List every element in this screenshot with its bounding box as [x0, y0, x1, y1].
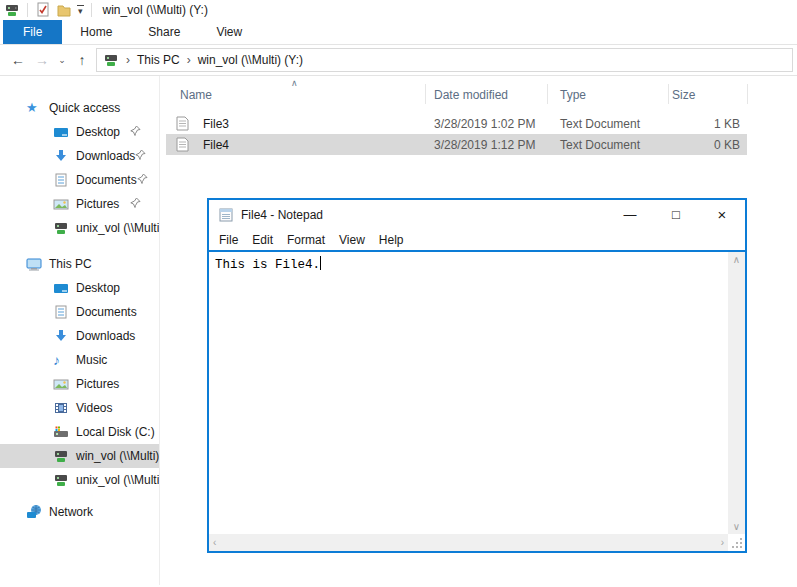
network-drive-icon — [53, 220, 69, 236]
titlebar-separator — [27, 3, 28, 17]
tab-share[interactable]: Share — [130, 20, 198, 44]
column-header-size[interactable]: Size — [672, 88, 695, 102]
menu-view[interactable]: View — [332, 233, 372, 247]
sidebar-item-local-disk-c[interactable]: Local Disk (C:) — [0, 420, 159, 444]
navigation-bar: ← → ⌄ ↑ › This PC › win_vol (\\Multi) (Y… — [0, 45, 797, 76]
column-header-type[interactable]: Type — [560, 88, 586, 102]
column-headers: ∧ Name Date modified Type Size — [160, 82, 797, 108]
desktop-icon — [53, 280, 69, 296]
breadcrumb-chevron-icon: › — [187, 53, 191, 67]
notepad-edit-area[interactable]: This is File4. ∧ ∨ ‹ › — [209, 250, 745, 551]
ribbon-tab-bar: File Home Share View — [0, 20, 797, 45]
text-document-icon — [176, 137, 189, 155]
pin-icon — [130, 197, 141, 211]
column-header-date-modified[interactable]: Date modified — [434, 88, 508, 102]
videos-icon — [53, 400, 69, 416]
sidebar-item-unix-vol[interactable]: unix_vol (\\Multi) (Z:) — [0, 216, 159, 240]
scroll-right-icon[interactable]: › — [721, 535, 724, 550]
notepad-title: File4 - Notepad — [241, 208, 323, 222]
text-caret — [320, 256, 321, 270]
file-row-file4[interactable]: File4 3/28/2019 1:12 PM Text Document 0 … — [166, 134, 747, 155]
minimize-button[interactable]: — — [607, 200, 653, 229]
pictures-icon — [53, 376, 69, 392]
sidebar-item-network[interactable]: Network — [0, 500, 159, 524]
new-folder-icon[interactable] — [56, 2, 72, 18]
sidebar-gap — [0, 492, 159, 500]
close-button[interactable]: × — [699, 200, 745, 229]
sidebar-item-desktop-pc[interactable]: Desktop — [0, 276, 159, 300]
notepad-text[interactable]: This is File4. — [215, 256, 321, 272]
scroll-left-icon[interactable]: ‹ — [213, 535, 216, 550]
sidebar-item-downloads-pc[interactable]: Downloads — [0, 324, 159, 348]
sidebar-item-quick-access[interactable]: ★ Quick access — [0, 96, 159, 120]
downloads-icon — [53, 148, 69, 164]
notepad-icon — [218, 207, 234, 223]
sidebar-gap — [0, 240, 159, 252]
tab-view[interactable]: View — [198, 20, 260, 44]
resize-grip[interactable] — [728, 534, 745, 551]
titlebar-separator — [91, 3, 92, 17]
qat-customize-icon[interactable]: ▾ — [77, 5, 84, 16]
pin-icon — [130, 125, 141, 139]
resize-grip-dots — [740, 546, 742, 548]
vertical-scrollbar[interactable]: ∧ ∨ — [728, 252, 745, 534]
desktop-screen: ▾ win_vol (\\Multi) (Y:) File Home Share… — [0, 0, 797, 587]
network-drive-icon — [53, 448, 69, 464]
explorer-titlebar: ▾ win_vol (\\Multi) (Y:) — [0, 0, 797, 20]
column-header-name[interactable]: Name — [180, 88, 212, 102]
network-drive-icon — [103, 52, 119, 68]
forward-icon[interactable]: → — [32, 52, 52, 68]
breadcrumb-this-pc[interactable]: This PC — [137, 53, 180, 67]
address-bar[interactable]: › This PC › win_vol (\\Multi) (Y:) — [96, 48, 793, 72]
column-divider[interactable] — [747, 84, 748, 104]
sidebar-item-documents[interactable]: Documents — [0, 168, 159, 192]
music-icon: ♪ — [53, 352, 69, 368]
horizontal-scrollbar[interactable]: ‹ › — [209, 534, 728, 551]
text-document-icon — [176, 116, 189, 134]
tab-home[interactable]: Home — [62, 20, 130, 44]
this-pc-icon — [26, 256, 42, 272]
up-icon[interactable]: ↑ — [72, 52, 92, 68]
breadcrumb-chevron-icon: › — [126, 53, 130, 67]
window-title: win_vol (\\Multi) (Y:) — [103, 3, 208, 17]
maximize-button[interactable]: □ — [653, 200, 699, 229]
network-drive-icon — [4, 2, 20, 18]
scroll-up-icon[interactable]: ∧ — [733, 252, 740, 267]
menu-file[interactable]: File — [212, 233, 245, 247]
notepad-window: File4 - Notepad — □ × File Edit Format V… — [207, 198, 747, 553]
scroll-down-icon[interactable]: ∨ — [733, 519, 740, 534]
notepad-titlebar[interactable]: File4 - Notepad — □ × — [209, 200, 745, 229]
documents-icon — [53, 172, 69, 188]
pin-icon — [137, 173, 148, 187]
sidebar-item-music[interactable]: ♪ Music — [0, 348, 159, 372]
sidebar-item-this-pc[interactable]: This PC — [0, 252, 159, 276]
menu-edit[interactable]: Edit — [245, 233, 280, 247]
pin-icon — [135, 149, 146, 163]
sidebar-item-downloads[interactable]: Downloads — [0, 144, 159, 168]
sidebar-item-documents-pc[interactable]: Documents — [0, 300, 159, 324]
file-row-file3[interactable]: File3 3/28/2019 1:02 PM Text Document 1 … — [166, 113, 747, 134]
pictures-icon — [53, 196, 69, 212]
documents-icon — [53, 304, 69, 320]
file-rows: File3 3/28/2019 1:02 PM Text Document 1 … — [160, 113, 797, 155]
column-divider[interactable] — [668, 84, 669, 104]
network-icon — [26, 504, 42, 520]
sidebar-item-win-vol[interactable]: win_vol (\\Multi) (Y:) — [0, 444, 159, 468]
properties-check-icon[interactable] — [35, 2, 51, 18]
sidebar-item-pictures-pc[interactable]: Pictures — [0, 372, 159, 396]
column-divider[interactable] — [547, 84, 548, 104]
sidebar-item-pictures[interactable]: Pictures — [0, 192, 159, 216]
sidebar-item-unix-vol-pc[interactable]: unix_vol (\\Multi) (Z:) — [0, 468, 159, 492]
navigation-pane: ★ Quick access Desktop Downloads Documen… — [0, 76, 160, 585]
back-icon[interactable]: ← — [8, 52, 28, 68]
menu-format[interactable]: Format — [280, 233, 332, 247]
menu-help[interactable]: Help — [372, 233, 411, 247]
history-dropdown-icon[interactable]: ⌄ — [56, 55, 68, 65]
breadcrumb-current-folder[interactable]: win_vol (\\Multi) (Y:) — [198, 53, 303, 67]
sidebar-item-desktop[interactable]: Desktop — [0, 120, 159, 144]
tab-file[interactable]: File — [3, 20, 62, 44]
desktop-icon — [53, 124, 69, 140]
sidebar-item-videos[interactable]: Videos — [0, 396, 159, 420]
downloads-icon — [53, 328, 69, 344]
column-divider[interactable] — [425, 84, 426, 104]
